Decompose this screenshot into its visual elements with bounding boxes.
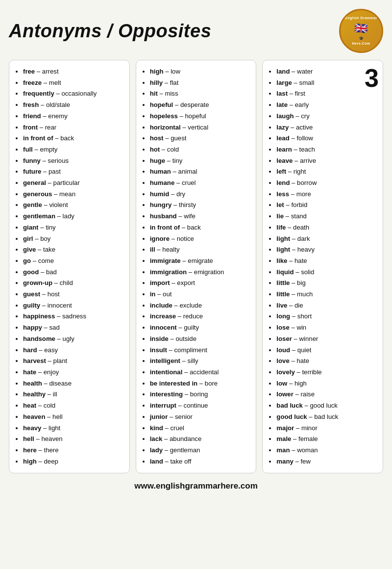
list-item: lead – follow [276,133,378,144]
list-item: large – small [276,78,378,89]
list-item: life – death [276,222,378,233]
list-item: handsome – ugly [23,334,124,345]
list-item: like – hate [276,256,378,267]
list-item: male – female [276,434,378,445]
list-item: girl – boy [23,233,124,245]
list-item: bad luck – good luck [276,400,378,412]
list-item: interesting – boring [150,389,251,400]
list-item: heat – cold [23,400,124,412]
page-number: 3 [365,65,379,91]
list-item: go – come [23,256,124,267]
list-item: land – water [276,66,378,78]
list-item: love – hate [276,356,378,367]
list-item: healthy – ill [23,389,124,400]
list-item: low – high [276,378,378,389]
list-item: frequently – occasionally [23,88,124,100]
list-item: kind – cruel [150,423,251,434]
list-item: light – heavy [276,244,378,256]
list-item: hate – enjoy [23,367,124,378]
header: Antonyms / Opposites English Grammar 🇬🇧 … [9,9,383,53]
list-item: harvest – plant [23,356,124,367]
column-3: 3 land – waterlarge – smalllast – firstl… [262,60,383,473]
list-item: in front of – back [150,222,251,233]
list-item: hungry – thirsty [150,200,251,211]
logo-bottom-text: Here.Com [345,41,377,46]
list-item: grown-up – child [23,278,124,289]
list-item: general – particular [23,178,124,189]
list-item: live – die [276,300,378,311]
list-item: lazy – active [276,122,378,133]
list-item: loud – quiet [276,345,378,356]
list-item: hopeful – desperate [150,100,251,111]
list-item: man – woman [276,445,378,456]
list-item: learn – teach [276,144,378,155]
list-item: leave – arrive [276,155,378,167]
list-item: high – deep [23,456,124,467]
list-item: ignore – notice [150,233,251,245]
list-item: liquid – solid [276,267,378,278]
list-item: human – animal [150,166,251,178]
list-item: loser – winner [276,334,378,345]
list-item: gentle – violent [23,200,124,211]
list-item: future – past [23,166,124,178]
footer: www.englishgrammarhere.com [9,479,383,493]
list-item: generous – mean [23,189,124,200]
list-item: lady – gentleman [150,445,251,456]
list-item: lower – raise [276,389,378,400]
list-item: happiness – sadness [23,311,124,322]
list-item: front – rear [23,122,124,133]
footer-url: www.englishgrammarhere.com [134,481,258,491]
list-item: in – out [150,289,251,300]
list-item: giant – tiny [23,222,124,233]
list-item: fresh – old/stale [23,100,124,111]
col3-list: land – waterlarge – smalllast – firstlat… [270,66,378,467]
list-item: immigrate – emigrate [150,256,251,267]
list-item: huge – tiny [150,155,251,167]
list-item: lend – borrow [276,178,378,189]
list-item: funny – serious [23,155,124,167]
list-item: heaven – hell [23,412,124,423]
list-item: let – forbid [276,200,378,211]
list-item: little – much [276,289,378,300]
list-item: high – low [150,66,251,78]
list-item: good – bad [23,267,124,278]
list-item: late – early [276,100,378,111]
list-item: less – more [276,189,378,200]
list-item: guest – host [23,289,124,300]
col1-list: free – arrestfreeze – meltfrequently – o… [16,66,124,467]
list-item: ill – healty [150,244,251,256]
logo-top-text: English Grammar [345,16,377,20]
list-item: hot – cold [150,144,251,155]
list-item: increase – reduce [150,311,251,322]
logo-inner: English Grammar 🇬🇧 🎓 Here.Com [345,16,377,46]
list-item: here – there [23,445,124,456]
list-item: free – arrest [23,66,124,78]
page-title: Antonyms / Opposites [9,21,211,42]
list-item: insult – compliment [150,345,251,356]
list-item: horizontal – vertical [150,122,251,133]
list-item: in front of – back [23,133,124,144]
col2-list: high – lowhilly – flathit – misshopeful … [143,66,251,467]
list-item: last – first [276,88,378,100]
list-item: lose – win [276,322,378,334]
list-item: health – disease [23,378,124,389]
list-item: hopeless – hopeful [150,111,251,122]
list-item: immigration – emigration [150,267,251,278]
list-item: little – big [276,278,378,289]
list-item: intelligent – silly [150,356,251,367]
list-item: freeze – melt [23,78,124,89]
list-item: be interested in – bore [150,378,251,389]
list-item: lie – stand [276,211,378,222]
list-item: full – empty [23,144,124,155]
list-item: friend – enemy [23,111,124,122]
column-1: free – arrestfreeze – meltfrequently – o… [9,60,130,473]
list-item: intentional – accidental [150,367,251,378]
list-item: hell – heaven [23,434,124,445]
list-item: happy – sad [23,322,124,334]
logo-hat: 🎓 [345,36,377,41]
list-item: hit – miss [150,88,251,100]
list-item: husband – wife [150,211,251,222]
list-item: inside – outside [150,334,251,345]
list-item: lack – abundance [150,434,251,445]
list-item: import – export [150,278,251,289]
